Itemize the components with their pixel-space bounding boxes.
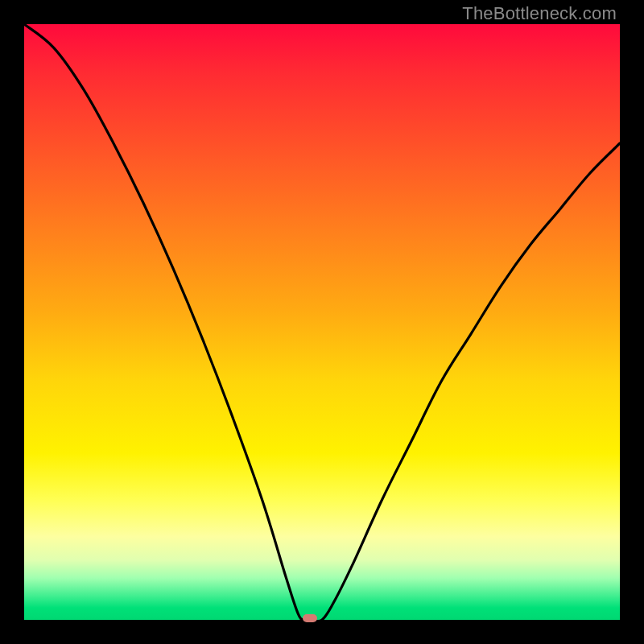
minimum-marker: [303, 614, 317, 622]
chart-frame: TheBottleneck.com: [0, 0, 644, 644]
watermark-text: TheBottleneck.com: [462, 3, 617, 24]
bottleneck-curve: [24, 24, 620, 620]
curve-svg: [24, 24, 620, 620]
plot-area: [24, 24, 620, 620]
